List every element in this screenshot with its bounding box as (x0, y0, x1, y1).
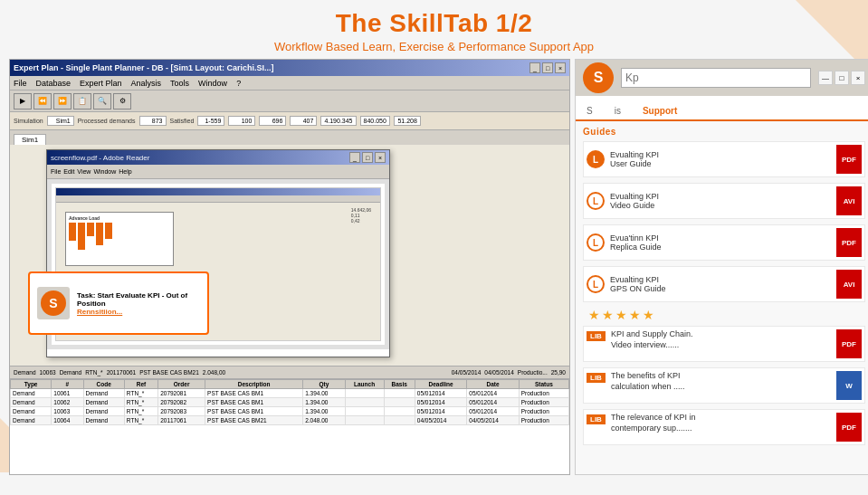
pdf-menu-edit[interactable]: Edit (63, 168, 74, 175)
header: The SkillTab 1/2 Workflow Based Learn, E… (0, 0, 868, 59)
lib-item-1[interactable]: LIB KPI and Supply Chain.Video interview… (583, 326, 865, 362)
pdf-menu-view[interactable]: View (77, 168, 91, 175)
guide-item-2[interactable]: L Evualting KPIVideo Guide AVI (583, 183, 865, 219)
menu-expertplan[interactable]: Expert Plan (80, 79, 122, 88)
menu-file[interactable]: File (14, 79, 27, 88)
minimize-btn[interactable]: _ (529, 62, 540, 73)
stat-label-proc: Processed demands (78, 118, 136, 124)
pdf-title: screenflow.pdf - Adobe Reader (51, 154, 149, 162)
stat-val-840: 840.050 (360, 116, 390, 126)
panel-ctrl-3[interactable]: × (851, 71, 865, 85)
inner-titlebar (56, 188, 380, 195)
task-logo: S (37, 287, 70, 319)
col-qty: Qty (303, 380, 345, 389)
pdf-max[interactable]: □ (362, 152, 373, 163)
task-info: Task: Start Evaluate KPI - Out of Positi… (77, 291, 200, 316)
main-title: The SkillTab 1/2 (0, 9, 868, 38)
stat-val-proc: 873 (139, 116, 167, 126)
tab-support[interactable]: Support (632, 102, 688, 121)
guide-item-4[interactable]: L Evualting KPIGPS ON Guide AVI (583, 266, 865, 302)
pdf-menu-help[interactable]: Help (119, 168, 131, 175)
panel-controls: — □ × (818, 71, 865, 85)
table-row: Demand10062DemandRTN_*20792082PST BASE C… (11, 398, 569, 407)
inner-menubar (56, 195, 380, 203)
status-rtn: RTN_* (85, 369, 102, 376)
stat-val-232: 51.208 (394, 116, 421, 126)
pdf-close[interactable]: × (375, 152, 386, 163)
app-content-area: screenflow.pdf - Adobe Reader _ □ × File… (10, 145, 569, 380)
status-prod: Productio... (518, 369, 548, 376)
table-row: Demand10064DemandRTN_*20117061PST BASE C… (11, 416, 569, 425)
inner-panel: Advance Load (65, 212, 174, 266)
menu-analysis[interactable]: Analysis (131, 79, 162, 88)
bar-1 (69, 223, 76, 241)
pdf-controls: _ □ × (349, 152, 386, 163)
lib-item-3[interactable]: LIB The relevance of KPI incontemporary … (583, 409, 865, 445)
col-deadline: Deadline (415, 380, 466, 389)
menu-window[interactable]: Window (198, 79, 227, 88)
star-2: ★ (602, 308, 614, 322)
guide-icon-avi-2: AVI (836, 270, 862, 299)
panel-ctrl-2[interactable]: □ (835, 71, 849, 85)
tb-btn-6[interactable]: ⚙ (113, 93, 131, 109)
close-btn[interactable]: × (555, 62, 566, 73)
status-val: 25,90 (551, 369, 566, 376)
lib-badge-3: LIB (587, 414, 606, 424)
col-date: Date (467, 380, 519, 389)
tab-is[interactable]: is (604, 102, 632, 121)
stat-val-407: 407 (290, 116, 317, 126)
lib-text-2: The benefits of KPIcalculation when ....… (611, 371, 831, 392)
menu-database[interactable]: Database (36, 79, 72, 88)
inner-chart (69, 223, 170, 250)
window-controls: _ □ × (529, 62, 566, 73)
lib-badge-2: LIB (587, 373, 606, 383)
nav-tabs: S is Support (576, 96, 868, 121)
lib-badge-1: LIB (587, 331, 606, 341)
star-5: ★ (643, 308, 654, 322)
num-3: 0,42 (351, 218, 371, 224)
status-qty: 2.048,00 (203, 369, 225, 376)
guide-icon-avi-1: AVI (836, 186, 862, 215)
lib-icon-pdf-2: PDF (836, 413, 862, 442)
lib-text-3: The relevance of KPI incontemporary sup.… (611, 413, 831, 433)
app-toolbar: ▶ ⏪ ⏩ 📋 🔍 ⚙ (10, 90, 569, 112)
tb-btn-4[interactable]: 📋 (73, 93, 91, 109)
kp-search-input[interactable] (621, 68, 811, 88)
guide-item-3[interactable]: L Evua'tinn KPIReplica Guide PDF (583, 224, 865, 261)
screenshot-area: Expert Plan - Single Plant Planner - DB … (9, 59, 570, 475)
tb-btn-5[interactable]: 🔍 (93, 93, 111, 109)
stat-label-sat: Satisfied (170, 118, 195, 124)
col-type: Type (11, 380, 52, 389)
main-content: Expert Plan - Single Plant Planner - DB … (0, 59, 868, 493)
pdf-min[interactable]: _ (349, 152, 360, 163)
guide-icon-pdf-2: PDF (836, 228, 862, 257)
task-action[interactable]: Rennsitiion... (77, 308, 200, 316)
pdf-menu-file[interactable]: File (51, 168, 61, 175)
tb-btn-2[interactable]: ⏪ (33, 93, 52, 109)
tab-s[interactable]: S (576, 102, 604, 121)
lib-text-1: KPI and Supply Chain.Video interview....… (611, 329, 831, 350)
tb-btn-3[interactable]: ⏩ (53, 93, 72, 109)
data-table: Type # Code Ref Order Description Qty La… (10, 379, 569, 425)
menu-tools[interactable]: Tools (170, 79, 189, 88)
maximize-btn[interactable]: □ (542, 62, 553, 73)
pdf-menu-window[interactable]: Window (93, 168, 116, 175)
guide-icon-pdf-1: PDF (836, 145, 862, 174)
bar-2 (78, 223, 85, 250)
stat-label-sim: Simulation (14, 118, 43, 124)
guide-text-1: Evualting KPIUser Guide (610, 150, 831, 168)
status-demand: Demand (14, 369, 36, 376)
bottom-status: Demand 10063 Demand RTN_* 201170061 PST … (10, 366, 569, 379)
tb-btn-1[interactable]: ▶ (14, 93, 32, 109)
panel-ctrl-1[interactable]: — (818, 71, 833, 85)
lib-item-2[interactable]: LIB The benefits of KPIcalculation when … (583, 367, 865, 404)
status-date1: 04/05/2014 (452, 369, 482, 376)
stat-val-4190: 4.190.345 (320, 116, 356, 126)
menu-help[interactable]: ? (236, 79, 241, 88)
stat-val-sat: 1-559 (197, 116, 224, 126)
tab-sim1[interactable]: Sim1 (14, 134, 46, 145)
guide-item-1[interactable]: L Evualting KPIUser Guide PDF (583, 141, 865, 177)
app-titlebar: Expert Plan - Single Plant Planner - DB … (10, 60, 569, 76)
guides-label: Guides (583, 127, 865, 137)
task-logo-s: S (41, 290, 66, 316)
